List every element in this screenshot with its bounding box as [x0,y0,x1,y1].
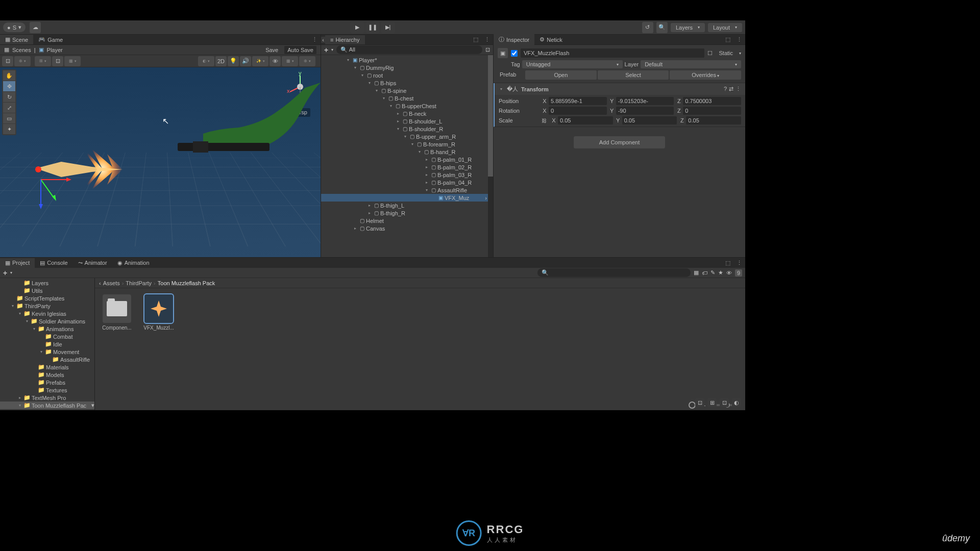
position-z-input[interactable]: 0.7500003 [683,97,741,105]
tree-item[interactable]: ▾▢AssaultRifle [321,186,493,194]
favorite-icon[interactable]: ★ [718,269,723,276]
tab-hierarchy[interactable]: ≡Hierarchy [325,35,365,44]
rotation-y-input[interactable]: -90 [616,107,674,115]
folder-item[interactable]: ▸📁TextMesh Pro [0,394,94,402]
scale-x-input[interactable]: 0.05 [558,116,613,124]
tree-item[interactable]: ▾▢B-chest [321,94,493,102]
tab-scene[interactable]: ▦Scene [0,35,33,44]
hierarchy-lock-icon[interactable]: ⬚ [470,36,481,43]
tree-item-selected[interactable]: ▣VFX_Muz› [321,194,493,202]
folder-item[interactable]: 📁Idle [0,340,94,348]
filter-by-label-icon[interactable]: 🏷 [702,270,707,276]
tree-item[interactable]: ▾▢root [321,71,493,79]
tree-root[interactable]: ▾▣Player* [321,56,493,64]
tab-netick[interactable]: ⚙Netick [534,35,568,44]
tree-item[interactable]: ▸▢B-shoulder_L [321,117,493,125]
status-icon[interactable]: ⊞ [707,398,717,407]
tab-project[interactable]: ▦Project [0,258,35,268]
project-add-button[interactable]: + [3,269,7,277]
status-icon[interactable]: ⊡ [720,398,729,407]
folder-item[interactable]: 📁Materials [0,363,94,371]
position-x-input[interactable]: 5.885959e-1 [549,97,607,105]
status-icon[interactable]: ⊡ [695,398,704,407]
snap-settings[interactable]: ▦ [64,56,81,66]
folder-item[interactable]: 📁Utils [0,287,94,294]
tab-menu-icon[interactable]: ⋮ [309,36,321,43]
pause-button[interactable]: ❚❚ [365,22,380,33]
tree-item[interactable]: ▸▢B-thigh_L [321,202,493,209]
folder-item[interactable]: ▾📁ThirdParty [0,302,94,310]
hierarchy-filter-icon[interactable]: ⊡ [485,46,490,53]
scale-tool[interactable]: ⤢ [3,103,15,113]
help-icon[interactable]: ? [724,86,727,92]
draw-mode-dropdown[interactable]: ◐ [198,56,214,66]
tree-item[interactable]: ▸▢B-palm_02_R [321,163,493,171]
transform-tool[interactable]: ✦ [3,124,15,134]
preset-icon[interactable]: ⇄ [729,86,733,92]
play-button[interactable]: ▶ [350,22,364,33]
breadcrumb-segment[interactable]: Assets [103,280,120,286]
move-tool[interactable]: ✥ [3,81,15,91]
project-folder-tree[interactable]: 📁Layers 📁Utils 📁ScriptTemplates ▾📁ThirdP… [0,278,95,410]
pivot-center-toggle[interactable]: ⊡ [2,56,13,66]
tree-item[interactable]: ▾▢B-upper_arm_R [321,133,493,140]
grid-snap-toggle[interactable]: ⊞ [35,56,51,66]
tree-item[interactable]: ▢Helmet [321,217,493,224]
tree-item[interactable]: ▸▢B-neck [321,110,493,117]
folder-item[interactable]: 📁AssaultRifle [0,356,94,363]
scale-z-input[interactable]: 0.05 [686,116,741,124]
hierarchy-tree[interactable]: ▾▣Player* ▾▢DummyRig ▾▢root ▾▢B-hips ▾▢B… [321,55,493,257]
hidden-packages-icon[interactable]: 👁 [726,270,732,276]
snap-increment[interactable]: ⊡ [52,56,63,66]
active-checkbox[interactable] [511,50,518,57]
audio-toggle[interactable]: 🔊 [240,56,251,66]
rotation-x-input[interactable]: 0 [549,107,607,115]
fx-toggle[interactable]: ✨ [252,56,268,66]
hand-tool[interactable]: ✋ [3,70,15,81]
tree-item[interactable]: ▸▢Canvas [321,224,493,232]
tree-item[interactable]: ▾▢B-shoulder_R [321,125,493,133]
layout-dropdown[interactable]: Layout [708,23,742,32]
component-foldout[interactable]: ▾ [499,87,504,91]
tree-item[interactable]: ▾▢B-spine [321,87,493,94]
status-icon[interactable]: ◐ [732,398,741,407]
breadcrumb-item[interactable]: Player [47,47,63,53]
position-y-input[interactable]: -9.015203e- [616,97,674,105]
tree-item[interactable]: ▸▢B-palm_01_R [321,156,493,163]
tag-dropdown[interactable]: Untagged [522,60,623,68]
asset-folder[interactable]: Componen... [101,294,133,331]
folder-item[interactable]: 📁Layers [0,279,94,287]
breadcrumb-root[interactable]: Scenes [12,47,31,53]
filter-by-type-icon[interactable]: ▦ [694,269,699,276]
rotation-z-input[interactable]: 0 [683,107,741,115]
prefab-open-button[interactable]: Open [525,70,597,80]
breadcrumb-segment[interactable]: ThirdParty [126,280,152,286]
folder-item[interactable]: ▾📁Soldier Animations [0,317,94,325]
breadcrumb-segment[interactable]: Toon Muzzleflash Pack [158,280,215,286]
asset-prefab[interactable]: VFX_Muzzl... [143,294,175,331]
rotate-tool[interactable]: ↻ [3,92,15,102]
layers-dropdown[interactable]: Layers [671,23,705,32]
back-arrow[interactable]: ‹ [321,37,325,43]
scene-viewport[interactable]: ✋ ✥ ↻ ⤢ ▭ ✦ yx ◁ Persp [0,67,321,257]
rect-tool[interactable]: ▭ [3,113,15,123]
static-checkbox[interactable]: ☐ [707,50,713,57]
layer-dropdown[interactable]: Default [641,60,741,68]
static-label[interactable]: Static [716,48,736,58]
prefab-overrides-button[interactable]: Overrides [670,70,741,80]
object-name-input[interactable]: VFX_MuzzleFlash [521,48,704,58]
folder-item[interactable]: ▾📁Kevin Iglesias [0,310,94,317]
step-button[interactable]: ▶| [381,22,395,33]
hidden-objects-toggle[interactable]: 👁 [270,56,281,66]
tree-item[interactable]: ▾▢B-hips [321,79,493,87]
inspector-lock-icon[interactable]: ⬚ [722,36,733,43]
folder-item[interactable]: 📁Prefabs [0,379,94,386]
project-menu-icon[interactable]: ⋮ [733,260,745,266]
tree-item[interactable]: ▾▢DummyRig [321,64,493,71]
autosave-toggle[interactable]: Auto Save [284,46,316,54]
folder-item[interactable]: 📁ScriptTemplates [0,294,94,302]
add-gameobject-button[interactable]: + [324,46,328,54]
search-icon[interactable]: 🔍 [656,22,668,33]
folder-item-selected[interactable]: ▾📁Toon Muzzleflash Pac▾ [0,402,94,409]
move-gizmo[interactable] [36,149,97,210]
